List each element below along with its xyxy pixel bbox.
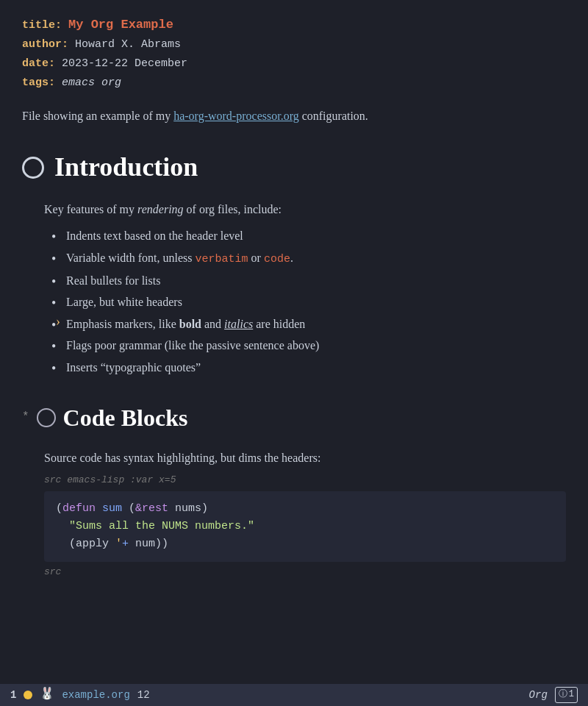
- heading2-text: Code Blocks: [63, 399, 188, 437]
- status-mode: Org: [529, 687, 548, 703]
- list-item-quotes: Inserts “typographic quotes”: [51, 358, 566, 377]
- section2-content: Source code has syntax highlighting, but…: [22, 449, 566, 580]
- section1-intro: Key features of my rendering of org file…: [44, 200, 566, 219]
- heading1-text: Introduction: [54, 146, 198, 189]
- section2-heading: * Code Blocks: [22, 399, 566, 437]
- status-filename: example.org: [62, 687, 129, 703]
- meta-title-line: title: My Org Example: [22, 15, 566, 35]
- section1-heading: Introduction: [22, 146, 566, 189]
- heading2-prefix: *: [22, 408, 29, 427]
- italic-text: italics: [224, 318, 253, 330]
- metadata-block: title: My Org Example author: Howard X. …: [22, 15, 566, 92]
- list-item: Indents text based on the header level: [51, 227, 566, 246]
- list-item-emphasis: › Emphasis markers, like bold and italic…: [51, 315, 566, 334]
- heading2-bullet: [37, 408, 56, 427]
- status-dot: [24, 691, 32, 699]
- code-line-1: (defun sum (&rest nums): [56, 500, 554, 518]
- meta-tags-key: tags:: [22, 76, 55, 89]
- intro-italic: rendering: [137, 203, 184, 215]
- list-item: Variable width font, unless verbatim or …: [51, 249, 566, 268]
- meta-author-value: Howard X. Abrams: [75, 38, 181, 51]
- code-header-line: src emacs-lisp :var x=5: [44, 473, 566, 488]
- code-footer-line: src: [44, 565, 566, 580]
- code-intro-text: Source code has syntax highlighting, but…: [44, 449, 566, 468]
- list-item-real-bullets: Real bullets for lists: [51, 271, 566, 290]
- section1-content: Key features of my rendering of org file…: [22, 200, 566, 377]
- list-item-headers: Large, but white headers: [51, 293, 566, 312]
- heading1-bullet: [22, 157, 44, 179]
- intro-after: of org files, include:: [184, 203, 282, 215]
- intro-before: Key features of my: [44, 203, 137, 215]
- meta-tags-value: emacs org: [62, 76, 121, 89]
- meta-date-key: date:: [22, 57, 55, 70]
- verbatim-text: verbatim: [196, 253, 248, 265]
- code-line-3: (apply '+ num)): [56, 535, 554, 553]
- meta-title-key: title:: [22, 19, 62, 32]
- meta-title-value: My Org Example: [68, 18, 173, 32]
- meta-author-key: author:: [22, 38, 68, 51]
- emacs-icon: 🐰: [40, 685, 54, 705]
- list-item-grammar: Flags poor grammar (like the passive sen…: [51, 336, 566, 355]
- code-block: (defun sum (&rest nums) "Sums all the NU…: [44, 491, 566, 562]
- intro-text-before: File showing an example of my: [22, 110, 173, 122]
- intro-paragraph: File showing an example of my ha-org-wor…: [22, 107, 566, 126]
- status-info-badge: ⓘ1: [555, 687, 578, 702]
- meta-date-value: 2023-12-22 December: [62, 57, 187, 70]
- content-area: title: My Org Example author: Howard X. …: [0, 0, 588, 654]
- status-bar: 1 🐰 example.org 12 Org ⓘ1: [0, 684, 588, 706]
- status-info-icon: ⓘ: [559, 688, 567, 702]
- status-col: 12: [137, 687, 150, 703]
- meta-date-line: date: 2023-12-22 December: [22, 55, 566, 73]
- feature-list: Indents text based on the header level V…: [44, 227, 566, 377]
- status-line-number: 1: [10, 687, 16, 703]
- pointer-icon: ›: [56, 315, 60, 328]
- meta-author-line: author: Howard X. Abrams: [22, 36, 566, 54]
- code-line-2: "Sums all the NUMS numbers.": [56, 518, 554, 535]
- intro-text-after: configuration.: [299, 110, 368, 122]
- bold-text: bold: [179, 318, 201, 330]
- meta-tags-line: tags: emacs org: [22, 74, 566, 92]
- code-text: code: [264, 253, 290, 265]
- status-info-number: 1: [569, 688, 574, 702]
- intro-link[interactable]: ha-org-word-processor.org: [173, 110, 298, 122]
